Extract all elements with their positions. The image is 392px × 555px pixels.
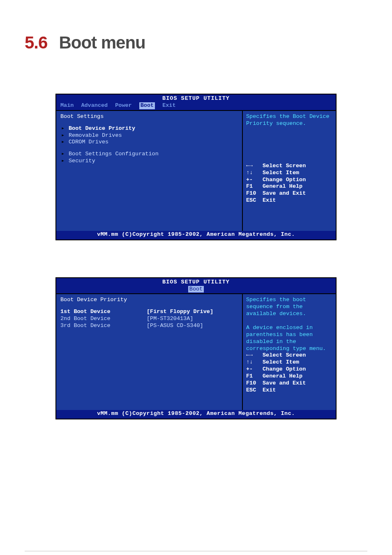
key-help-key: ←→	[246, 352, 260, 359]
submenu-arrow-icon: ▸	[60, 132, 65, 139]
key-help-key: ESC	[246, 387, 260, 394]
key-help-key: F1	[246, 373, 260, 380]
submenu-removable-drives[interactable]: ▸ Removable Drives	[60, 132, 238, 139]
bios-help-panel: Specifies the boot sequence from the ava…	[243, 293, 336, 410]
section-heading: 5.6Boot menu	[25, 33, 367, 53]
submenu-label: Boot Device Priority	[69, 125, 135, 132]
key-help-key: ESC	[246, 197, 260, 204]
key-help-label: Select Screen	[263, 163, 306, 170]
submenu-label: CDROM Drives	[69, 139, 108, 146]
submenu-label: Removable Drives	[69, 132, 122, 139]
option-2nd-boot-device[interactable]: 2nd Boot Device [PM-ST320413A]	[60, 315, 238, 322]
tab-boot[interactable]: Boot	[139, 102, 155, 109]
section-number: 5.6	[25, 33, 47, 52]
option-key: 2nd Boot Device	[60, 315, 147, 322]
key-help-label: Select Screen	[263, 352, 306, 359]
key-help-label: Exit	[263, 387, 276, 394]
page-footer-rule	[25, 551, 367, 551]
bios-menu-bar: Main Advanced Power Boot Exit	[56, 102, 336, 110]
submenu-label: Boot Settings Configuration	[69, 151, 159, 158]
key-help-label: Exit	[263, 197, 276, 204]
bios-title: BIOS SETUP UTILITY	[56, 94, 336, 102]
key-help-key: +-	[246, 177, 260, 184]
tab-main[interactable]: Main	[60, 102, 74, 109]
submenu-label: Security	[69, 158, 95, 165]
key-help-label: Select Item	[263, 170, 299, 177]
key-help-key: ↑↓	[246, 359, 260, 366]
tab-power[interactable]: Power	[115, 102, 132, 109]
submenu-boot-settings-configuration[interactable]: ▸ Boot Settings Configuration	[60, 151, 238, 158]
bios-screenshot-boot-device-priority: BIOS SETUP UTILITY Boot Boot Device Prio…	[55, 277, 337, 420]
bios-screenshot-boot-settings: BIOS SETUP UTILITY Main Advanced Power B…	[55, 94, 337, 240]
key-help-label: Save and Exit	[263, 380, 306, 387]
key-help-key: F10	[246, 380, 260, 387]
bios-footer: vMM.mm (C)Copyright 1985-2002, American …	[56, 410, 336, 419]
submenu-security[interactable]: ▸ Security	[60, 158, 238, 165]
bios-left-panel: Boot Settings ▸ Boot Device Priority ▸ R…	[56, 110, 243, 231]
help-text: Specifies the Boot Device Priority seque…	[246, 113, 332, 163]
help-text: Specifies the boot sequence from the ava…	[246, 297, 332, 352]
bios-left-panel: Boot Device Priority 1st Boot Device [Fi…	[56, 293, 243, 410]
bios-help-panel: Specifies the Boot Device Priority seque…	[243, 110, 336, 231]
key-help-label: Change Option	[263, 366, 306, 373]
bios-title: BIOS SETUP UTILITY	[56, 278, 336, 286]
key-help-label: Save and Exit	[263, 190, 306, 197]
tab-boot[interactable]: Boot	[188, 286, 204, 293]
option-3rd-boot-device[interactable]: 3rd Boot Device [PS-ASUS CD-S340]	[60, 322, 238, 329]
key-help: ←→Select Screen ↑↓Select Item +-Change O…	[246, 352, 332, 394]
section-title: Boot menu	[59, 33, 145, 52]
key-help-key: F1	[246, 183, 260, 190]
key-help-key: ↑↓	[246, 170, 260, 177]
submenu-boot-device-priority[interactable]: ▸ Boot Device Priority	[60, 125, 238, 132]
key-help-label: General Help	[263, 373, 302, 380]
option-key: 1st Boot Device	[60, 309, 147, 315]
panel-heading: Boot Settings	[60, 113, 238, 123]
submenu-arrow-icon: ▸	[60, 151, 65, 158]
key-help-label: Select Item	[263, 359, 299, 366]
key-help-key: +-	[246, 366, 260, 373]
option-value: [First Floppy Drive]	[147, 309, 213, 315]
tab-advanced[interactable]: Advanced	[81, 102, 108, 109]
option-key: 3rd Boot Device	[60, 322, 147, 329]
submenu-arrow-icon: ▸	[60, 158, 65, 165]
panel-heading: Boot Device Priority	[60, 297, 238, 306]
tab-exit[interactable]: Exit	[162, 102, 175, 109]
key-help-label: Change Option	[263, 177, 306, 184]
bios-footer: vMM.mm (C)Copyright 1985-2002, American …	[56, 231, 336, 240]
key-help-key: ←→	[246, 163, 260, 170]
option-1st-boot-device[interactable]: 1st Boot Device [First Floppy Drive]	[60, 309, 238, 315]
bios-menu-bar: Boot	[56, 286, 336, 294]
option-value: [PS-ASUS CD-S340]	[147, 322, 203, 329]
key-help: ←→Select Screen ↑↓Select Item +-Change O…	[246, 163, 332, 204]
submenu-arrow-icon: ▸	[60, 125, 65, 132]
key-help-label: General Help	[263, 183, 302, 190]
key-help-key: F10	[246, 190, 260, 197]
submenu-arrow-icon: ▸	[60, 139, 65, 146]
submenu-cdrom-drives[interactable]: ▸ CDROM Drives	[60, 139, 238, 146]
option-value: [PM-ST320413A]	[147, 315, 193, 322]
